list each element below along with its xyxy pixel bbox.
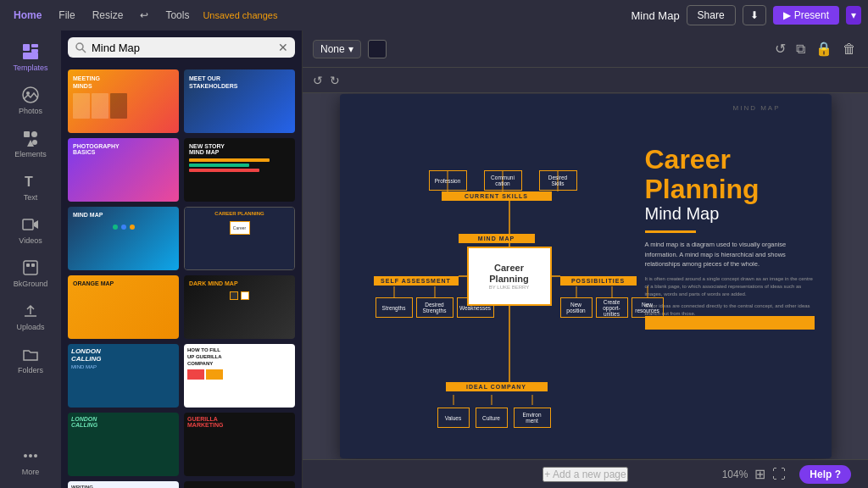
svg-marker-12	[34, 220, 38, 229]
text-icon: T	[21, 172, 40, 191]
section-self-assessment: SELF ASSESSMENT	[374, 276, 459, 286]
box-environment: Environ ment	[514, 408, 551, 428]
uploads-icon	[21, 302, 40, 320]
more-icon	[21, 446, 40, 465]
resize-button[interactable]: Resize	[86, 6, 131, 25]
fullscreen-icon[interactable]: ⛶	[772, 467, 786, 482]
topbar-right: Mind Map Share ⬇ ▶ Present ▾	[632, 5, 861, 25]
section-mind-map: MIND MAP	[459, 234, 535, 243]
folders-label: Folders	[18, 366, 43, 374]
template-thumb[interactable]: MIND MAP	[68, 207, 179, 270]
elements-label: Elements	[14, 150, 47, 158]
sidebar-item-templates[interactable]: Templates	[3, 37, 58, 77]
videos-label: Videos	[19, 236, 42, 245]
alignment-dropdown[interactable]: None ▾	[313, 40, 361, 58]
svg-rect-3	[23, 53, 38, 59]
svg-rect-14	[26, 263, 30, 267]
sidebar-icons: Templates Photos Elements T Text Videos	[0, 30, 61, 488]
search-box[interactable]: ✕	[68, 37, 295, 58]
templates-icon	[21, 42, 40, 61]
template-thumb[interactable]: ORANGE MAP	[68, 275, 179, 339]
search-clear-button[interactable]: ✕	[278, 41, 288, 54]
template-thumb[interactable]: GUERILLAMARKETING	[184, 413, 295, 476]
template-thumb[interactable]: PHOTOGRAPHYBASICS	[68, 138, 179, 202]
template-thumb[interactable]: WRITINGPLAN	[68, 481, 179, 488]
bkground-icon	[21, 258, 40, 277]
trash-icon[interactable]: 🗑	[841, 40, 858, 58]
present-label: Present	[794, 9, 829, 21]
lock-icon[interactable]: 🔒	[814, 39, 834, 58]
grid-view-icon[interactable]: ⊞	[754, 466, 765, 482]
canvas-toolbar-right: ↺ ⧉ 🔒 🗑	[773, 39, 858, 58]
bottom-bar: + Add a new page 104% ⊞ ⛶ Help ?	[303, 459, 868, 488]
alignment-label: None	[320, 43, 345, 55]
undo2-icon[interactable]: ↺	[313, 74, 323, 87]
zoom-label: 104%	[722, 469, 748, 480]
template-thumb[interactable]: LONDONCALLING	[68, 413, 179, 476]
refresh-icon[interactable]: ↺	[773, 39, 787, 58]
undo-button[interactable]: ↩	[133, 6, 155, 25]
dropdown-chevron-icon: ▾	[348, 43, 353, 55]
template-thumb[interactable]: HOW TO FILLUP GUERILLACOMPANY	[184, 344, 295, 408]
box-culture: Culture	[476, 408, 508, 428]
mind-map-header-label: MIND MAP	[733, 104, 781, 112]
download-button[interactable]: ⬇	[743, 5, 766, 25]
template-thumb[interactable]: NEW STORYMIND MAP	[184, 138, 295, 202]
search-input[interactable]	[92, 42, 273, 54]
bkground-label: BkGround	[14, 280, 48, 288]
svg-rect-13	[24, 261, 37, 274]
main-layout: Templates Photos Elements T Text Videos	[0, 30, 868, 488]
section-ideal-company: IDEAL COMPANY	[446, 382, 548, 391]
templates-grid: MEETINGMINDS MEET OURSTAKEHOLDERS PHOTOG…	[61, 64, 302, 488]
center-node-sub: BY LUKE BERRY	[489, 285, 529, 290]
svg-point-19	[76, 43, 83, 50]
mindmap-diagram: Career Planning BY LUKE BERRY CURRENT SK…	[357, 111, 662, 441]
title-detail: It is often created around a single conc…	[645, 275, 815, 298]
svg-rect-6	[24, 131, 30, 137]
svg-rect-1	[31, 44, 38, 47]
copy-icon[interactable]: ⧉	[794, 40, 807, 58]
template-thumb[interactable]: DARK MIND MAP	[184, 275, 295, 339]
sidebar-item-videos[interactable]: Videos	[3, 210, 58, 250]
present-button[interactable]: ▶ Present	[773, 6, 839, 25]
templates-search: ✕	[61, 30, 302, 64]
box-values: Values	[437, 408, 470, 428]
text-label: Text	[24, 193, 38, 202]
sidebar-item-uploads[interactable]: Uploads	[3, 297, 58, 336]
sidebar-item-text[interactable]: T Text	[3, 167, 58, 207]
sidebar-item-folders[interactable]: Folders	[3, 340, 58, 380]
template-thumb[interactable]	[184, 481, 295, 488]
section-current-skills: CURRENT SKILLS	[442, 191, 552, 201]
canvas-toolbar: None ▾ ↺ ⧉ 🔒 🗑	[303, 30, 868, 68]
template-thumb[interactable]: MEETINGMINDS	[68, 69, 179, 133]
box-new-resources: New resources	[632, 297, 664, 318]
center-node-text: Career Planning	[489, 263, 528, 285]
sidebar-item-photos[interactable]: Photos	[3, 80, 58, 120]
sidebar-item-bkground[interactable]: BkGround	[3, 253, 58, 293]
file-button[interactable]: File	[52, 6, 81, 25]
templates-panel: ✕ MEETINGMINDS MEET OURSTAKEHOLDERS	[61, 30, 303, 488]
box-new-position: New position	[560, 297, 593, 318]
template-thumb[interactable]: LONDONCALLING MIND MAP	[68, 344, 179, 408]
section-possibilities: POSSIBILITIES	[560, 276, 637, 286]
canvas-scroll[interactable]: MIND MAP Career Planning Mind Map A mind…	[303, 93, 868, 459]
sidebar-item-elements[interactable]: Elements	[3, 124, 58, 164]
home-button[interactable]: Home	[7, 6, 48, 25]
sidebar-item-more[interactable]: More	[3, 441, 58, 481]
present-chevron-button[interactable]: ▾	[846, 6, 861, 25]
folders-icon	[21, 345, 40, 363]
add-page-button[interactable]: + Add a new page	[542, 467, 627, 482]
tools-button[interactable]: Tools	[159, 6, 196, 25]
svg-point-16	[24, 454, 27, 458]
template-thumb[interactable]: CAREER PLANNING Career	[184, 207, 295, 270]
color-picker[interactable]	[368, 40, 387, 58]
svg-rect-2	[31, 49, 38, 53]
redo-icon[interactable]: ↻	[330, 74, 340, 87]
help-button[interactable]: Help ?	[799, 465, 851, 484]
svg-rect-11	[23, 219, 33, 230]
template-thumb[interactable]: MEET OURSTAKEHOLDERS	[184, 69, 295, 133]
share-button[interactable]: Share	[687, 5, 736, 25]
bottom-accent-bar	[645, 316, 815, 330]
uploads-label: Uploads	[16, 323, 44, 331]
more-label: More	[22, 468, 40, 476]
